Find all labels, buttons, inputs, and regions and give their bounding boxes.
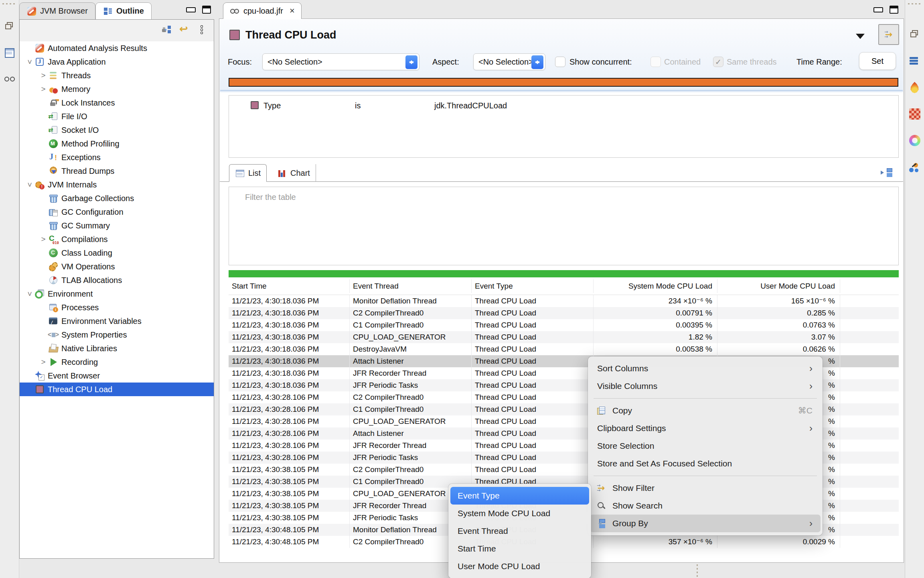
- tree-item-environment[interactable]: >Environment: [20, 287, 214, 301]
- table-filter-input[interactable]: Filter the table: [229, 187, 899, 265]
- menu-item-store-and-set-as-focused-selection[interactable]: Store and Set As Focused Selection: [590, 455, 821, 472]
- menu-item-copy[interactable]: Copy⌘C: [590, 402, 821, 419]
- strip-button-graph-view[interactable]: [909, 161, 920, 174]
- menu-item-sort-columns[interactable]: Sort Columns›: [590, 360, 821, 377]
- toolbar-button-lock-tree[interactable]: [162, 25, 171, 36]
- menu-item-visible-columns[interactable]: Visible Columns›: [590, 377, 821, 395]
- tree-item-processes[interactable]: Processes: [20, 301, 214, 314]
- tree-chevron-icon[interactable]: >: [38, 358, 49, 366]
- table-row[interactable]: 11/21/23, 4:30:18.036 PMMonitor Deflatio…: [229, 295, 899, 307]
- tree-item-class-loading[interactable]: Class Loading: [20, 246, 214, 260]
- column-header-user-mode-cpu-load[interactable]: User Mode CPU Load: [717, 279, 840, 293]
- page-title: Thread CPU Load: [245, 29, 336, 41]
- cell-start-time: 11/21/23, 4:30:38.105 PM: [229, 464, 350, 476]
- cell-start-time: 11/21/23, 4:30:48.105 PM: [229, 536, 350, 548]
- bottom-drag-handle[interactable]: [697, 564, 698, 578]
- tree-item-method-profiling[interactable]: Method Profiling: [20, 137, 214, 151]
- tree-item-socket-i-o[interactable]: Socket I/O: [20, 123, 214, 137]
- tree-item-gc-configuration[interactable]: GC Configuration: [20, 205, 214, 219]
- menu-item-show-filter[interactable]: Show Filter: [590, 479, 821, 497]
- tree-item-tlab-allocations[interactable]: TLAB Allocations: [20, 273, 214, 287]
- tree-chevron-icon[interactable]: >: [38, 71, 49, 80]
- tree-item-gc-summary[interactable]: GC Summary: [20, 219, 214, 232]
- tree-item-java-application[interactable]: >Java Application: [20, 55, 214, 69]
- minimize-view-icon[interactable]: [186, 7, 196, 12]
- toolbar-button-overflow-menu[interactable]: [197, 25, 207, 36]
- tree-chevron-icon[interactable]: >: [25, 289, 34, 299]
- column-header-event-type[interactable]: Event Type: [472, 279, 594, 293]
- column-header-start-time[interactable]: Start Time: [229, 279, 350, 293]
- menu-item-event-thread[interactable]: Event Thread: [450, 522, 589, 540]
- strip-button-table-view[interactable]: [4, 47, 15, 60]
- cell-filler: [840, 403, 899, 415]
- tree-item-exceptions[interactable]: Exceptions: [20, 151, 214, 164]
- minimize-editor-icon[interactable]: [873, 7, 883, 12]
- tree-item-lock-instances[interactable]: Lock Instances: [20, 96, 214, 110]
- same-threads-checkbox[interactable]: ✓: [713, 57, 723, 67]
- tree-item-vm-operations[interactable]: VM Operations: [20, 260, 214, 273]
- tree-item-thread-cpu-load[interactable]: Thread CPU Load: [20, 383, 214, 396]
- strip-button-jfr-reel[interactable]: [4, 74, 15, 87]
- strip-drag-handle[interactable]: [2, 3, 16, 4]
- filter-conditions-panel[interactable]: Type is jdk.ThreadCPULoad: [229, 95, 899, 158]
- maximize-editor-icon[interactable]: [890, 6, 898, 14]
- strip-drag-handle[interactable]: [908, 3, 922, 4]
- menu-item-group-by[interactable]: Group By›: [590, 515, 821, 532]
- cell-start-time: 11/21/23, 4:30:18.036 PM: [229, 307, 350, 319]
- menu-item-store-selection[interactable]: Store Selection: [590, 437, 821, 455]
- aspect-dropdown[interactable]: <No Selection>: [473, 53, 545, 70]
- tree-item-system-properties[interactable]: System Properties: [20, 328, 214, 342]
- page-menu-dropdown-icon[interactable]: [856, 34, 865, 39]
- tree-chevron-icon[interactable]: >: [25, 57, 34, 67]
- focus-dropdown[interactable]: <No Selection>: [262, 53, 419, 70]
- table-row[interactable]: 11/21/23, 4:30:18.036 PMDestroyJavaVMThr…: [229, 343, 899, 355]
- view-tab-list[interactable]: List: [229, 164, 267, 182]
- show-filter-toggle-button[interactable]: [878, 24, 899, 45]
- sidebar-tab-outline[interactable]: Outline: [95, 2, 152, 19]
- toolbar-button-undo-arrow[interactable]: [179, 25, 189, 36]
- tree-item-compilations[interactable]: >Compilations: [20, 232, 214, 246]
- column-header-event-thread[interactable]: Event Thread: [350, 279, 472, 293]
- view-tab-chart[interactable]: Chart: [272, 164, 316, 182]
- strip-button-window-restore[interactable]: [4, 21, 15, 34]
- strip-button-stack-trace[interactable]: [909, 55, 920, 68]
- menu-item-system-mode-cpu-load[interactable]: System Mode CPU Load: [450, 505, 589, 522]
- focused-selection-icon[interactable]: [881, 167, 893, 179]
- tree-item-thread-dumps[interactable]: Thread Dumps: [20, 164, 214, 178]
- strip-button-heatmap-view[interactable]: [909, 108, 920, 121]
- tree-item-native-libraries[interactable]: Native Libraries: [20, 342, 214, 355]
- tree-item-recording[interactable]: >Recording: [20, 355, 214, 369]
- menu-item-clipboard-settings[interactable]: Clipboard Settings›: [590, 419, 821, 437]
- table-row[interactable]: 11/21/23, 4:30:18.036 PMCPU_LOAD_GENERAT…: [229, 331, 899, 343]
- tree-item-event-browser[interactable]: Event Browser: [20, 369, 214, 383]
- menu-item-user-mode-cpu-load[interactable]: User Mode CPU Load: [450, 558, 589, 575]
- menu-item-show-search[interactable]: Show Search: [590, 497, 821, 515]
- tree-item-threads[interactable]: >Threads: [20, 69, 214, 82]
- tree-item-label: Garbage Collections: [61, 194, 134, 203]
- sidebar-tab-jvm-browser[interactable]: JVM Browser: [19, 2, 95, 19]
- tree-item-automated-analysis-results[interactable]: Automated Analysis Results: [20, 41, 214, 55]
- menu-item-start-time[interactable]: Start Time: [450, 540, 589, 558]
- time-range-bar[interactable]: [229, 78, 898, 87]
- tree-item-environment-variables[interactable]: Environment Variables: [20, 314, 214, 328]
- strip-button-flame-view[interactable]: [909, 82, 920, 95]
- table-row[interactable]: 11/21/23, 4:30:18.036 PMC1 CompilerThrea…: [229, 319, 899, 331]
- tree-item-garbage-collections[interactable]: Garbage Collections: [20, 191, 214, 205]
- tree-chevron-icon[interactable]: >: [38, 235, 49, 244]
- tab-close-icon[interactable]: ×: [290, 6, 295, 16]
- editor-tab-cpu-load[interactable]: cpu-load.jfr ×: [223, 2, 302, 19]
- strip-button-color-wheel[interactable]: [909, 135, 920, 148]
- table-row[interactable]: 11/21/23, 4:30:18.036 PMC2 CompilerThrea…: [229, 307, 899, 319]
- contained-checkbox[interactable]: [650, 57, 661, 67]
- tree-item-jvm-internals[interactable]: >JVM Internals: [20, 178, 214, 191]
- tree-item-file-i-o[interactable]: File I/O: [20, 110, 214, 123]
- tree-chevron-icon[interactable]: >: [25, 179, 34, 190]
- column-header-system-mode-cpu-load[interactable]: System Mode CPU Load: [594, 279, 717, 293]
- tree-chevron-icon[interactable]: >: [38, 85, 49, 94]
- maximize-view-icon[interactable]: [202, 6, 211, 14]
- tree-item-memory[interactable]: >Memory: [20, 82, 214, 96]
- menu-item-event-type[interactable]: Event Type: [450, 487, 589, 505]
- set-time-range-button[interactable]: Set: [859, 52, 896, 70]
- strip-button-window-restore[interactable]: [909, 29, 920, 42]
- show-concurrent-checkbox[interactable]: [555, 57, 565, 67]
